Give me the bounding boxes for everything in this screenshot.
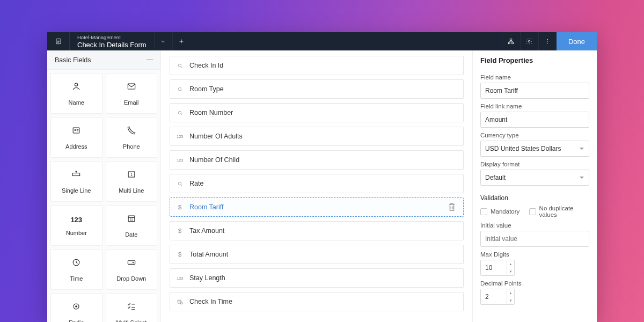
- svg-rect-8: [512, 42, 514, 44]
- palette-field-number[interactable]: 123Number: [50, 205, 103, 246]
- field-palette: Basic Fields NameEmailAddressPhoneSingle…: [47, 50, 161, 322]
- form-field-row[interactable]: Rate: [170, 174, 464, 193]
- palette-grid: NameEmailAddressPhoneSingle Line1Multi L…: [47, 70, 160, 322]
- field-name-label: Field name: [480, 74, 589, 80]
- svg-line-41: [181, 114, 182, 115]
- form-field-row[interactable]: Room Number: [170, 103, 464, 122]
- palette-field-dropdown[interactable]: Drop Down: [106, 249, 158, 290]
- form-icon: [47, 32, 70, 50]
- palette-field-multiselect[interactable]: Multi Select: [106, 293, 158, 322]
- form-field-row[interactable]: 123Stay Length: [170, 268, 464, 288]
- palette-heading-label: Basic Fields: [55, 56, 91, 64]
- spin-down[interactable]: ▼: [507, 297, 514, 304]
- currency-type-select[interactable]: [480, 141, 589, 157]
- form-field-row[interactable]: Check In Time: [170, 292, 464, 311]
- palette-field-label: Radio: [69, 319, 84, 322]
- form-field-row[interactable]: $Total Amount: [170, 245, 464, 264]
- svg-rect-14: [128, 84, 135, 89]
- validation-heading: Validation: [480, 194, 589, 202]
- form-field-row[interactable]: $Tax Amount: [170, 221, 464, 240]
- palette-field-label: Address: [65, 143, 87, 150]
- svg-point-16: [75, 129, 76, 131]
- chevron-down-icon: [159, 38, 167, 45]
- dropdown-icon: [126, 257, 137, 270]
- palette-field-time[interactable]: Time: [50, 249, 103, 290]
- form-canvas: Check In IdRoom TypeRoom Number123Number…: [161, 50, 472, 322]
- svg-point-12: [547, 43, 548, 44]
- gear-icon: [525, 38, 533, 45]
- form-field-label: Room Type: [189, 85, 224, 93]
- svg-line-39: [181, 90, 182, 91]
- palette-field-label: Multi Line: [119, 187, 144, 194]
- header-kicker: Hotel-Management: [77, 35, 147, 40]
- form-field-row[interactable]: 123Number Of Adults: [170, 127, 464, 146]
- search-type-icon: [175, 61, 184, 70]
- properties-heading: Field Properties: [480, 50, 589, 70]
- palette-heading[interactable]: Basic Fields: [47, 50, 160, 70]
- max-digits-label: Max Digits: [480, 251, 589, 258]
- form-field-row[interactable]: $Room Tariff: [170, 197, 464, 217]
- palette-field-singleline[interactable]: Single Line: [50, 161, 103, 202]
- add-form-button[interactable]: [172, 32, 191, 50]
- svg-point-13: [75, 83, 78, 86]
- no-duplicate-checkbox[interactable]: No duplicate values: [529, 205, 589, 218]
- form-switcher-chevron[interactable]: [154, 32, 172, 50]
- form-field-label: Check In Id: [189, 62, 223, 69]
- svg-point-36: [178, 64, 181, 67]
- palette-field-radio[interactable]: Radio: [50, 293, 103, 322]
- done-button[interactable]: Done: [557, 32, 597, 50]
- checkbox-icon: [480, 208, 487, 215]
- form-field-label: Room Tariff: [189, 203, 223, 211]
- form-field-row[interactable]: Check In Id: [170, 56, 464, 75]
- field-link-name-label: Field link name: [480, 103, 589, 109]
- palette-field-label: Drop Down: [116, 275, 146, 282]
- spin-up[interactable]: ▲: [507, 289, 514, 297]
- svg-rect-6: [510, 39, 513, 40]
- sitemap-icon: [507, 38, 515, 45]
- initial-value-input[interactable]: [480, 231, 589, 247]
- more-button[interactable]: [538, 32, 557, 50]
- form-field-label: Number Of Child: [189, 156, 239, 164]
- svg-text:15: 15: [130, 218, 133, 221]
- number-icon: 123: [70, 215, 82, 224]
- currency-type-icon: $: [175, 226, 184, 235]
- form-field-row[interactable]: Room Type: [170, 79, 464, 99]
- svg-point-10: [547, 39, 548, 40]
- palette-field-phone[interactable]: Phone: [106, 117, 158, 158]
- display-format-select[interactable]: [480, 170, 589, 186]
- delete-field-button[interactable]: [446, 201, 458, 213]
- app-window: Hotel-Management Check In Details Form D…: [47, 32, 597, 322]
- mandatory-label: Mandatory: [491, 208, 519, 215]
- field-name-input[interactable]: [480, 83, 589, 99]
- phone-icon: [126, 125, 137, 138]
- checkbox-icon: [529, 208, 536, 215]
- palette-field-date[interactable]: 15Date: [106, 205, 158, 246]
- palette-field-label: Name: [69, 99, 84, 106]
- person-icon: [71, 81, 82, 94]
- svg-line-43: [181, 185, 182, 186]
- workflow-button[interactable]: [502, 32, 520, 50]
- palette-field-address[interactable]: Address: [50, 117, 103, 158]
- palette-field-multiline[interactable]: 1Multi Line: [106, 161, 158, 202]
- spin-down[interactable]: ▼: [507, 268, 514, 275]
- header-spacer: [191, 32, 502, 50]
- address-icon: [71, 125, 82, 138]
- palette-field-mail[interactable]: Email: [106, 73, 158, 114]
- form-field-label: Tax Amount: [189, 227, 224, 235]
- mandatory-checkbox[interactable]: Mandatory: [480, 205, 519, 218]
- svg-point-9: [529, 40, 531, 42]
- field-link-name-input[interactable]: [480, 112, 589, 128]
- settings-button[interactable]: [520, 32, 538, 50]
- field-properties-panel: Field Properties Field name Field link n…: [472, 50, 597, 322]
- spin-up[interactable]: ▲: [507, 260, 514, 268]
- app-header: Hotel-Management Check In Details Form D…: [47, 32, 597, 50]
- decimal-points-label: Decimal Points: [480, 280, 589, 287]
- app-body: Basic Fields NameEmailAddressPhoneSingle…: [47, 50, 597, 322]
- svg-point-11: [547, 41, 548, 42]
- palette-field-label: Number: [66, 230, 87, 236]
- currency-type-icon: $: [175, 250, 184, 259]
- svg-line-29: [76, 262, 78, 264]
- header-left: Hotel-Management Check In Details Form: [47, 32, 191, 50]
- palette-field-person[interactable]: Name: [50, 73, 103, 114]
- form-field-row[interactable]: 123Number Of Child: [170, 150, 464, 170]
